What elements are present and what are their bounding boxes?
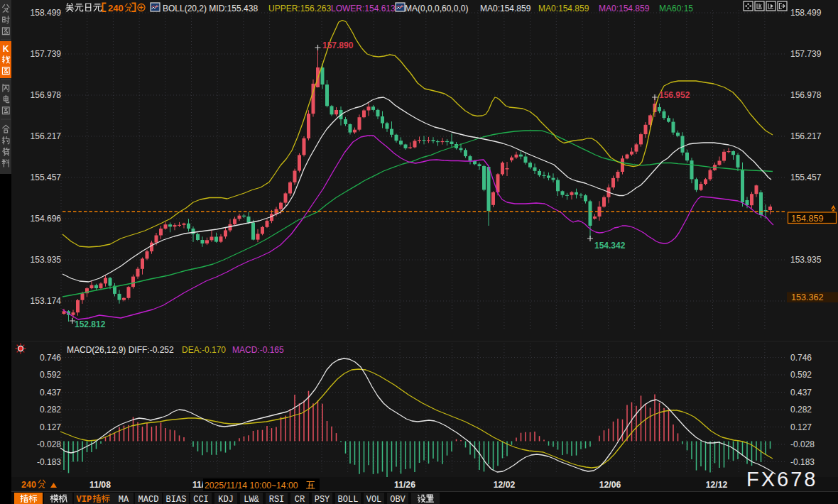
svg-text:157.890: 157.890: [322, 40, 354, 50]
svg-text:156.978: 156.978: [790, 90, 822, 100]
svg-text:MA(0,0,0,60,0,0): MA(0,0,0,60,0,0): [405, 4, 468, 13]
svg-text:-0.183: -0.183: [37, 457, 61, 467]
svg-text:0.592: 0.592: [790, 370, 812, 380]
svg-text:RSI: RSI: [269, 495, 285, 504]
svg-text:K: K: [3, 44, 9, 54]
svg-text:11/: 11/: [192, 480, 205, 490]
svg-text:0.282: 0.282: [40, 405, 61, 415]
svg-text:-0.183: -0.183: [790, 457, 815, 467]
svg-text:158.499: 158.499: [31, 8, 62, 18]
svg-text:MA0:154.859: MA0:154.859: [480, 4, 531, 13]
svg-text:0.127: 0.127: [40, 422, 61, 432]
svg-text:MA60:15: MA60:15: [659, 4, 693, 13]
svg-text:153.174: 153.174: [31, 296, 62, 306]
svg-text:0.746: 0.746: [790, 353, 812, 363]
svg-text:-0.028: -0.028: [37, 439, 61, 449]
svg-text:0.437: 0.437: [40, 388, 61, 398]
svg-text:VIP: VIP: [77, 495, 92, 504]
svg-text:-0.028: -0.028: [790, 439, 815, 449]
svg-text:12/12: 12/12: [706, 480, 728, 490]
svg-text:154.342: 154.342: [594, 241, 626, 251]
svg-text:BIAS: BIAS: [166, 495, 187, 504]
svg-text:152.812: 152.812: [75, 319, 106, 329]
svg-text:154.696: 154.696: [31, 214, 62, 224]
svg-text:FX678: FX678: [746, 468, 817, 491]
svg-text:VOL: VOL: [366, 495, 382, 504]
svg-text:153.935: 153.935: [31, 255, 62, 265]
svg-text:0.437: 0.437: [790, 388, 812, 398]
svg-text:DEA:-0.170: DEA:-0.170: [182, 345, 226, 355]
svg-text:11/26: 11/26: [394, 480, 415, 490]
svg-text:MA: MA: [119, 495, 129, 504]
svg-text:240: 240: [108, 3, 124, 13]
svg-text:153.935: 153.935: [790, 255, 822, 265]
svg-text:0.127: 0.127: [790, 422, 812, 432]
svg-text:CCI: CCI: [193, 495, 209, 504]
svg-text:MACD: MACD: [138, 495, 159, 504]
svg-text:2025/11/14 10:00~14:00: 2025/11/14 10:00~14:00: [205, 481, 298, 491]
svg-text:156.217: 156.217: [31, 131, 62, 141]
svg-text:0.592: 0.592: [40, 370, 61, 380]
svg-text:156.217: 156.217: [790, 131, 822, 141]
svg-text:154.859: 154.859: [791, 214, 824, 224]
svg-text:KDJ: KDJ: [218, 495, 234, 504]
svg-text:156.978: 156.978: [31, 90, 62, 100]
svg-text:12/02: 12/02: [494, 480, 516, 490]
svg-text:157.739: 157.739: [790, 49, 822, 59]
svg-text:156.952: 156.952: [659, 90, 690, 100]
svg-text:158.499: 158.499: [790, 8, 822, 18]
svg-text:LW&: LW&: [244, 495, 259, 504]
svg-text:MACD(26,12,9) DIFF:-0.252: MACD(26,12,9) DIFF:-0.252: [67, 345, 174, 355]
svg-text:LOWER:154.613: LOWER:154.613: [331, 4, 396, 13]
svg-text:MA0:154.859: MA0:154.859: [538, 4, 589, 13]
svg-text:BOLL: BOLL: [338, 495, 359, 504]
svg-text:CR: CR: [295, 495, 305, 504]
svg-text:12/06: 12/06: [599, 480, 621, 490]
svg-text:240: 240: [21, 480, 36, 490]
svg-text:0.282: 0.282: [790, 405, 812, 415]
svg-text:155.457: 155.457: [790, 172, 822, 182]
svg-text:UPPER:156.263: UPPER:156.263: [268, 4, 331, 13]
svg-text:MA0:154.859: MA0:154.859: [599, 4, 650, 13]
svg-text:BOLL(20,2) MID:155.438: BOLL(20,2) MID:155.438: [163, 4, 258, 13]
svg-text:OBV: OBV: [390, 495, 406, 504]
svg-text:0.746: 0.746: [40, 353, 61, 363]
svg-text:155.457: 155.457: [31, 172, 62, 182]
svg-text:153.362: 153.362: [791, 292, 824, 302]
svg-text:MACD:-0.165: MACD:-0.165: [232, 345, 284, 355]
svg-text:PSY: PSY: [315, 495, 330, 504]
svg-text:11/08: 11/08: [89, 480, 111, 490]
svg-text:157.739: 157.739: [31, 49, 62, 59]
